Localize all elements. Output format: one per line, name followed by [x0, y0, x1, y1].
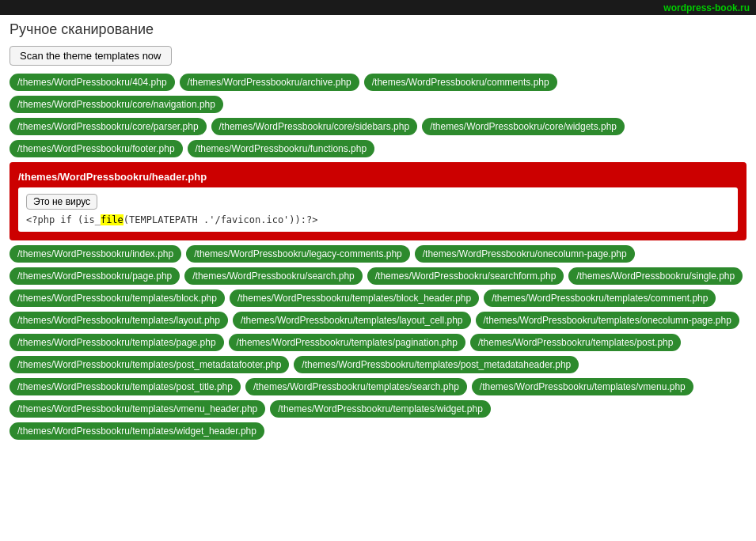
code-line: <?php if (is_file(TEMPLATEPATH .'/favico… [26, 214, 730, 225]
tag-post-title[interactable]: /themes/WordPressbookru/templates/post_t… [9, 378, 241, 395]
tag-navigation[interactable]: /themes/WordPressbookru/core/navigation.… [9, 96, 223, 113]
tag-single[interactable]: /themes/WordPressbookru/single.php [568, 267, 743, 285]
tag-vmenu-header[interactable]: /themes/WordPressbookru/templates/vmenu_… [9, 400, 265, 418]
tags-row-6: /themes/WordPressbookru/templates/block.… [9, 289, 747, 307]
tag-block-header[interactable]: /themes/WordPressbookru/templates/block_… [230, 289, 479, 307]
tag-searchform[interactable]: /themes/WordPressbookru/searchform.php [367, 267, 564, 285]
tag-parser[interactable]: /themes/WordPressbookru/core/parser.php [9, 118, 207, 135]
tag-block[interactable]: /themes/WordPressbookru/templates/block.… [9, 289, 225, 307]
alert-title: /themes/WordPressbookru/header.php [18, 171, 738, 183]
tag-vmenu[interactable]: /themes/WordPressbookru/templates/vmenu.… [472, 378, 693, 395]
alert-content: Это не вирус <?php if (is_file(TEMPLATEP… [18, 187, 738, 232]
tags-row-11: /themes/WordPressbookru/templates/vmenu_… [9, 400, 747, 440]
tag-layout[interactable]: /themes/WordPressbookru/templates/layout… [9, 312, 228, 329]
scan-button[interactable]: Scan the theme templates now [9, 46, 172, 66]
tag-comments[interactable]: /themes/WordPressbookru/comments.php [364, 74, 557, 91]
alert-box: /themes/WordPressbookru/header.php Это н… [9, 162, 747, 240]
tag-page-tpl[interactable]: /themes/WordPressbookru/templates/page.p… [9, 334, 224, 351]
code-before: <?php if (is_ [26, 214, 101, 225]
tag-widgets[interactable]: /themes/WordPressbookru/core/widgets.php [422, 118, 625, 135]
tags-row-4: /themes/WordPressbookru/index.php /theme… [9, 245, 747, 263]
top-bar: wordpress-book.ru [0, 0, 756, 15]
tag-sidebars[interactable]: /themes/WordPressbookru/core/sidebars.ph… [211, 118, 418, 135]
page-wrapper: Ручное сканирование Scan the theme templ… [0, 15, 756, 454]
tags-row-10: /themes/WordPressbookru/templates/post_t… [9, 378, 747, 395]
tag-comment[interactable]: /themes/WordPressbookru/templates/commen… [484, 289, 716, 307]
tag-post-metadataheader[interactable]: /themes/WordPressbookru/templates/post_m… [294, 356, 579, 373]
tag-functions[interactable]: /themes/WordPressbookru/functions.php [188, 140, 375, 157]
not-virus-button[interactable]: Это не вирус [26, 194, 97, 210]
code-after: (TEMPLATEPATH .'/favicon.ico')):?> [123, 214, 318, 225]
tag-post[interactable]: /themes/WordPressbookru/templates/post.p… [470, 334, 682, 351]
tags-row-5: /themes/WordPressbookru/page.php /themes… [9, 267, 747, 285]
tag-index[interactable]: /themes/WordPressbookru/index.php [9, 245, 181, 263]
tag-layout-cell[interactable]: /themes/WordPressbookru/templates/layout… [233, 312, 471, 329]
tag-footer[interactable]: /themes/WordPressbookru/footer.php [9, 140, 183, 157]
tag-onecolumn-page-tpl[interactable]: /themes/WordPressbookru/templates/onecol… [476, 312, 739, 329]
tag-search-tpl[interactable]: /themes/WordPressbookru/templates/search… [245, 378, 467, 395]
tag-page[interactable]: /themes/WordPressbookru/page.php [9, 267, 180, 285]
code-highlight: file [101, 214, 123, 225]
tag-widget[interactable]: /themes/WordPressbookru/templates/widget… [270, 400, 491, 418]
tags-row-2: /themes/WordPressbookru/core/parser.php … [9, 118, 747, 135]
topbar-link[interactable]: wordpress-book.ru [663, 2, 750, 13]
tags-row-8: /themes/WordPressbookru/templates/page.p… [9, 334, 747, 351]
page-title: Ручное сканирование [9, 21, 747, 38]
tag-post-metadatafooter[interactable]: /themes/WordPressbookru/templates/post_m… [9, 356, 289, 373]
tags-row-9: /themes/WordPressbookru/templates/post_m… [9, 356, 747, 373]
tags-row-7: /themes/WordPressbookru/templates/layout… [9, 312, 747, 329]
tag-onecolumn-page[interactable]: /themes/WordPressbookru/onecolumn-page.p… [415, 245, 635, 263]
tag-404[interactable]: /themes/WordPressbookru/404.php [9, 74, 175, 91]
tags-row-3: /themes/WordPressbookru/footer.php /them… [9, 140, 747, 157]
tag-pagination[interactable]: /themes/WordPressbookru/templates/pagina… [229, 334, 465, 351]
tags-row-1: /themes/WordPressbookru/404.php /themes/… [9, 74, 747, 113]
tag-archive[interactable]: /themes/WordPressbookru/archive.php [180, 74, 359, 91]
tag-legacy-comments[interactable]: /themes/WordPressbookru/legacy-comments.… [186, 245, 410, 263]
tag-search[interactable]: /themes/WordPressbookru/search.php [184, 267, 363, 285]
tag-widget-header[interactable]: /themes/WordPressbookru/templates/widget… [9, 422, 264, 440]
